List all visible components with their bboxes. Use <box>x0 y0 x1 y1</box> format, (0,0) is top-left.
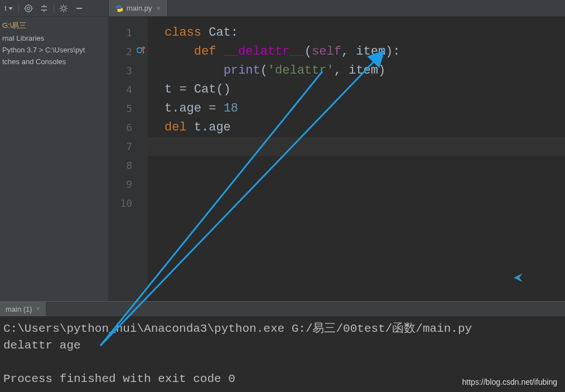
watermark: https://blog.csdn.net/ifubing <box>462 378 557 386</box>
project-dropdown[interactable]: t <box>2 4 15 12</box>
side-toolbar: t <box>0 0 109 16</box>
project-sidebar[interactable]: G:\易三 rnal Libraries Python 3.7 > C:\Use… <box>0 17 109 301</box>
code-line-8: del t.age <box>165 118 565 137</box>
tab-close-icon[interactable]: × <box>156 4 162 12</box>
target-icon[interactable] <box>22 2 35 14</box>
svg-line-12 <box>65 10 66 11</box>
svg-point-0 <box>25 5 32 12</box>
svg-rect-15 <box>76 8 82 9</box>
tree-item-root[interactable]: G:\易三 <box>0 19 108 32</box>
gutter: 1 2 3 4 5 6 7 8 9 10 <box>109 17 148 301</box>
override-marker-icon[interactable] <box>137 46 146 55</box>
editor[interactable]: 1 2 3 4 5 6 7 8 9 10 class Cat: def __de… <box>109 17 565 301</box>
run-tab-bar: main (1) × <box>0 302 565 316</box>
svg-line-14 <box>65 6 66 7</box>
main-row: G:\易三 rnal Libraries Python 3.7 > C:\Use… <box>0 17 565 301</box>
run-tab-label: main (1) <box>6 305 32 313</box>
run-tab-close-icon[interactable]: × <box>35 305 41 313</box>
line-number: 3 <box>109 61 148 80</box>
gear-icon[interactable] <box>57 2 70 14</box>
svg-point-6 <box>61 6 65 9</box>
top-row: t main.py × <box>0 0 565 17</box>
console-line: delattr age <box>3 339 81 352</box>
python-icon <box>115 4 123 12</box>
line-number: 10 <box>109 194 148 213</box>
editor-tab-bar: main.py × <box>109 0 565 16</box>
line-number: 8 <box>109 156 148 175</box>
line-number: 9 <box>109 175 148 194</box>
console-line: Process finished with exit code 0 <box>3 372 235 385</box>
tab-filename: main.py <box>127 4 152 12</box>
tab-main-py[interactable]: main.py × <box>109 0 168 16</box>
run-tab-main[interactable]: main (1) × <box>0 302 46 316</box>
code-area[interactable]: class Cat: def __delattr__(self, item): … <box>148 17 565 301</box>
line-number: 4 <box>109 80 148 99</box>
line-number: 6 <box>109 118 148 137</box>
collapse-icon[interactable] <box>38 2 50 14</box>
console-line: C:\Users\python_hui\Anaconda3\python.exe… <box>3 322 472 335</box>
svg-point-16 <box>137 48 142 53</box>
tree-item-scratches[interactable]: tches and Consoles <box>0 56 108 67</box>
svg-line-11 <box>61 6 62 7</box>
svg-line-13 <box>61 10 62 11</box>
code-line-1: class Cat: <box>165 23 565 42</box>
tree-item-python[interactable]: Python 3.7 > C:\Users\pyt <box>0 44 108 56</box>
line-number: 7 <box>109 137 148 156</box>
send-icon[interactable] <box>513 272 524 283</box>
svg-point-1 <box>27 7 30 9</box>
line-number: 1 <box>109 23 148 42</box>
line-number: 2 <box>109 42 148 61</box>
hide-icon[interactable] <box>73 2 85 14</box>
code-line-2: def __delattr__(self, item): <box>165 42 565 61</box>
line-number: 5 <box>109 99 148 118</box>
code-line-9 <box>148 137 565 156</box>
code-line-7: t.age = 18 <box>165 99 565 118</box>
code-line-3: print('delattr', item) <box>165 61 565 80</box>
code-line-6: t = Cat() <box>165 80 565 99</box>
tree-item-libs[interactable]: rnal Libraries <box>0 32 108 44</box>
